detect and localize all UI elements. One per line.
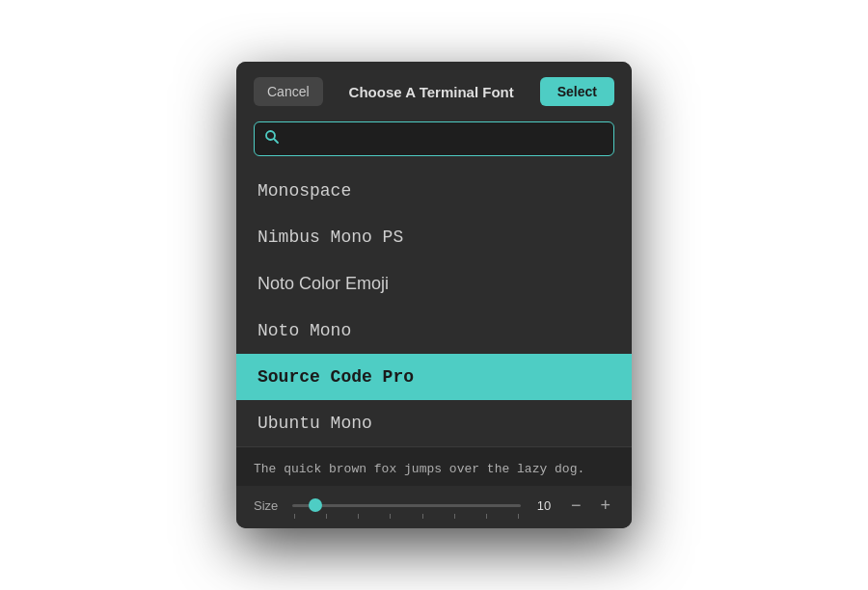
search-icon [264,129,280,148]
slider-container [292,496,521,515]
cancel-button[interactable]: Cancel [254,77,323,106]
tick [390,514,391,519]
font-list-item[interactable]: Monospace [236,168,632,214]
search-input[interactable] [287,131,604,147]
slider-track[interactable] [292,504,521,507]
slider-thumb[interactable] [309,498,322,512]
size-value: 10 [532,498,556,513]
search-area [236,121,632,168]
tick [326,514,327,519]
tick [358,514,359,519]
search-box [254,121,614,156]
font-list: MonospaceNimbus Mono PSNoto Color EmojiN… [236,168,632,446]
dialog-header: Cancel Choose A Terminal Font Select [236,62,632,121]
font-list-item[interactable]: Noto Color Emoji [236,260,632,308]
tick [454,514,455,519]
preview-text: The quick brown fox jumps over the lazy … [254,462,584,476]
font-list-item[interactable]: Ubuntu Mono [236,400,632,446]
font-list-item[interactable]: Source Code Pro [236,354,632,400]
select-button[interactable]: Select [540,77,614,106]
slider-ticks [292,514,521,519]
size-label: Size [254,498,281,513]
font-chooser-dialog: Cancel Choose A Terminal Font Select Mon… [236,62,632,528]
tick [294,514,295,519]
svg-line-1 [274,139,278,143]
font-list-item[interactable]: Nimbus Mono PS [236,214,632,260]
size-decrease-button[interactable]: − [567,496,585,514]
font-list-item[interactable]: Noto Mono [236,308,632,354]
tick [518,514,519,519]
size-area: Size 10 − + [236,486,632,528]
size-increase-button[interactable]: + [596,496,614,514]
tick [422,514,423,519]
tick [486,514,487,519]
preview-area: The quick brown fox jumps over the lazy … [236,446,632,486]
dialog-title: Choose A Terminal Font [349,84,514,100]
